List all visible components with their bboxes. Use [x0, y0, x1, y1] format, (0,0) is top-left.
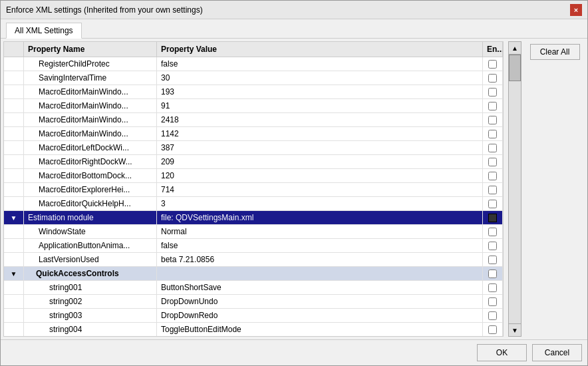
side-scrollbar: ▲ ▼	[505, 41, 525, 337]
close-button[interactable]: ×	[570, 4, 582, 16]
expand-cell	[4, 85, 24, 98]
cancel-button[interactable]: Cancel	[532, 344, 582, 361]
main-content: Property Name Property Value En... Regis…	[1, 39, 587, 339]
row-checkbox[interactable]	[488, 158, 497, 166]
checked-indicator	[488, 214, 497, 222]
enable-checkbox-cell[interactable]	[483, 211, 503, 224]
table-row[interactable]: string002DropDownUndo	[4, 295, 503, 309]
expand-cell	[4, 141, 24, 154]
enable-checkbox-cell[interactable]	[483, 323, 503, 336]
collapse-icon[interactable]: ▼	[11, 214, 17, 222]
expand-cell	[4, 169, 24, 182]
clear-all-button[interactable]: Clear All	[530, 44, 580, 60]
property-name-cell: Estimation module	[24, 211, 157, 224]
property-value-cell: 30	[157, 71, 483, 85]
enable-checkbox-cell[interactable]	[483, 239, 503, 252]
row-checkbox[interactable]	[488, 297, 497, 306]
row-checkbox[interactable]	[488, 228, 497, 236]
scroll-thumb[interactable]	[509, 55, 521, 81]
table-row[interactable]: ApplicationButtonAnima...false	[4, 239, 503, 253]
table-row[interactable]: MacroEditorMainWindo...2418	[4, 113, 503, 127]
expand-cell	[4, 225, 24, 238]
scroll-track[interactable]	[508, 55, 521, 323]
property-name-cell: MacroEditorMainWindo...	[24, 99, 157, 112]
enable-checkbox-cell[interactable]	[483, 113, 503, 126]
enable-checkbox-cell[interactable]	[483, 99, 503, 112]
enable-checkbox-cell[interactable]	[483, 309, 503, 322]
table-row[interactable]: MacroEditorMainWindo...1142	[4, 127, 503, 141]
enable-checkbox-cell[interactable]	[483, 225, 503, 238]
ok-button[interactable]: OK	[477, 344, 527, 361]
header-enable: En...	[483, 42, 503, 57]
header-expand	[4, 42, 24, 57]
row-checkbox[interactable]	[488, 186, 497, 194]
scroll-up-button[interactable]: ▲	[508, 41, 521, 55]
enable-checkbox-cell[interactable]	[483, 183, 503, 196]
enable-checkbox-cell[interactable]	[483, 155, 503, 168]
row-checkbox[interactable]	[488, 283, 497, 292]
expand-cell	[4, 295, 24, 308]
row-checkbox[interactable]	[488, 172, 497, 180]
tab-all-xml-settings[interactable]: All XML Settings	[6, 23, 82, 39]
collapse-icon[interactable]: ▼	[11, 270, 17, 277]
property-value-cell: 2418	[157, 113, 483, 126]
table-row[interactable]: string003DropDownRedo	[4, 309, 503, 323]
enable-checkbox-cell[interactable]	[483, 253, 503, 266]
row-checkbox[interactable]	[488, 102, 497, 110]
enable-checkbox-cell[interactable]	[483, 127, 503, 140]
dialog-title: Enforce XML settings (Inherited from you…	[6, 5, 203, 15]
expand-cell	[4, 239, 24, 252]
row-checkbox[interactable]	[488, 60, 497, 69]
expand-cell	[4, 113, 24, 126]
enable-checkbox-cell[interactable]	[483, 85, 503, 98]
table-row[interactable]: MacroEditorRightDockW...209	[4, 155, 503, 169]
row-checkbox[interactable]	[488, 88, 497, 96]
property-name-cell: MacroEditorLeftDockWi...	[24, 141, 157, 154]
table-row[interactable]: ▼Estimation modulefile: QDVSettingsMain.…	[4, 211, 503, 225]
row-checkbox[interactable]	[488, 242, 497, 250]
enable-checkbox-cell[interactable]	[483, 57, 503, 71]
row-checkbox[interactable]	[488, 256, 497, 264]
property-name-cell: MacroEditorQuickHelpH...	[24, 197, 157, 210]
scroll-down-button[interactable]: ▼	[508, 323, 521, 337]
row-checkbox[interactable]	[488, 325, 497, 334]
enable-checkbox-cell[interactable]	[483, 197, 503, 210]
table-row[interactable]: MacroEditorLeftDockWi...387	[4, 141, 503, 155]
property-value-cell: 387	[157, 141, 483, 154]
property-value-cell: ToggleButtonEditMode	[157, 323, 483, 336]
table-row[interactable]: MacroEditorMainWindo...193	[4, 85, 503, 99]
table-row[interactable]: MacroEditorBottomDock...120	[4, 169, 503, 183]
enable-checkbox-cell[interactable]	[483, 169, 503, 182]
property-value-cell: ButtonShortSave	[157, 281, 483, 294]
row-checkbox[interactable]	[488, 130, 497, 138]
table-row[interactable]: LastVersionUsedbeta 7.21.0856	[4, 253, 503, 267]
table-row[interactable]: SavingIntervalTime30	[4, 71, 503, 85]
row-checkbox[interactable]	[488, 74, 497, 83]
row-checkbox[interactable]	[488, 200, 497, 208]
table-row[interactable]: string001ButtonShortSave	[4, 281, 503, 295]
table-row[interactable]: ▼QuickAccessControls	[4, 267, 503, 281]
property-name-cell: MacroEditorBottomDock...	[24, 169, 157, 182]
table-row[interactable]: MacroEditorMainWindo...91	[4, 99, 503, 113]
row-checkbox[interactable]	[488, 144, 497, 152]
enable-checkbox-cell[interactable]	[483, 295, 503, 308]
row-checkbox[interactable]	[488, 116, 497, 124]
table-row[interactable]: MacroEditorExplorerHei...714	[4, 183, 503, 197]
enable-checkbox-cell[interactable]	[483, 141, 503, 154]
enable-checkbox-cell[interactable]	[483, 71, 503, 85]
table-row[interactable]: WindowStateNormal	[4, 225, 503, 239]
table-row[interactable]: RegisterChildProtecfalse	[4, 57, 503, 71]
property-value-cell: 193	[157, 85, 483, 98]
row-checkbox[interactable]	[488, 311, 497, 320]
tab-bar: All XML Settings	[1, 19, 587, 39]
property-value-cell: 120	[157, 169, 483, 182]
property-name-cell: string003	[24, 309, 157, 322]
table-row[interactable]: MacroEditorQuickHelpH...3	[4, 197, 503, 211]
enable-checkbox-cell[interactable]	[483, 267, 503, 280]
row-checkbox[interactable]	[488, 270, 497, 278]
table-body: RegisterChildProtecfalseSavingIntervalTi…	[4, 57, 503, 336]
table-row[interactable]: string004ToggleButtonEditMode	[4, 323, 503, 336]
enable-checkbox-cell[interactable]	[483, 281, 503, 294]
expand-cell	[4, 155, 24, 168]
property-name-cell: SavingIntervalTime	[24, 71, 157, 85]
